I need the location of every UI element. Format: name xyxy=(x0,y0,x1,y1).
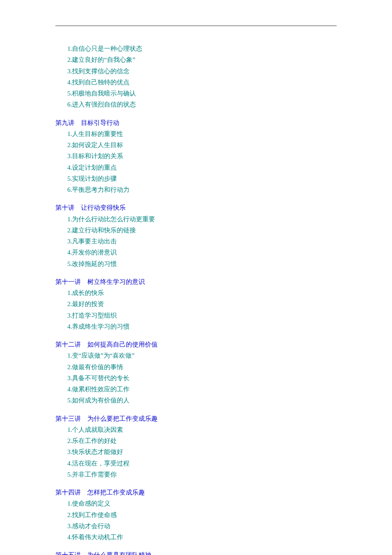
list-item: 3.具备不可替代的专长 xyxy=(67,373,337,384)
list-item: 3.凡事要主动出击 xyxy=(67,236,337,247)
list-item: 1.自信心只是一种心理状态 xyxy=(67,43,337,54)
section-heading: 第十五讲 为什么要具有团队精神 xyxy=(55,549,337,555)
list-item: 5.并非工作需要你 xyxy=(67,469,337,480)
list-item: 5.如何成为有价值的人 xyxy=(67,395,337,406)
list-item: 2.最好的投资 xyxy=(67,298,337,309)
list-item: 3.快乐状态才能做好 xyxy=(67,446,337,457)
section-items: 1.为什么行动比怎么行动更重要2.建立行动和快乐的链接3.凡事要主动出击4.开发… xyxy=(55,214,337,269)
section-heading: 第十三讲 为什么要把工作变成乐趣 xyxy=(55,413,337,424)
document-page: 1.自信心只是一种心理状态2.建立良好的“自我心象”3.找到支撑信心的信念4.找… xyxy=(0,26,392,555)
section: 第十讲 让行动变得快乐1.为什么行动比怎么行动更重要2.建立行动和快乐的链接3.… xyxy=(55,202,337,269)
section-heading: 第十二讲 如何提高自己的使用价值 xyxy=(55,339,337,350)
list-item: 4.怀着伟大动机工作 xyxy=(67,532,337,543)
section-items: 1.变“应该做”为“喜欢做”2.做最有价值的事情3.具备不可替代的专长4.做累积… xyxy=(55,350,337,406)
list-item: 2.建立良好的“自我心象” xyxy=(67,54,337,65)
list-item: 2.如何设定人生目标 xyxy=(67,139,337,150)
section: 第十一讲 树立终生学习的意识1.成长的快乐2.最好的投资3.打造学习型组织4.养… xyxy=(55,276,337,332)
list-item: 3.感动才会行动 xyxy=(67,520,337,532)
section: 第十五讲 为什么要具有团队精神1.团队的神奇力量2.为一个团队而付出3.团队每个… xyxy=(55,549,337,555)
list-item: 1.个人成就取决因素 xyxy=(67,424,337,435)
sections-container: 第九讲 目标引导行动1.人生目标的重要性2.如何设定人生目标3.目标和计划的关系… xyxy=(55,117,337,555)
section: 第十三讲 为什么要把工作变成乐趣1.个人成就取决因素2.乐在工作的好处3.快乐状… xyxy=(55,413,337,480)
list-item: 2.乐在工作的好处 xyxy=(67,435,337,446)
list-item: 1.变“应该做”为“喜欢做” xyxy=(67,350,337,361)
list-item: 1.使命感的定义 xyxy=(67,498,337,509)
section-heading: 第十讲 让行动变得快乐 xyxy=(55,202,337,213)
section: 第九讲 目标引导行动1.人生目标的重要性2.如何设定人生目标3.目标和计划的关系… xyxy=(55,117,337,196)
list-item: 6.进入有强烈自信的状态 xyxy=(67,99,337,110)
list-item: 3.目标和计划的关系 xyxy=(67,150,337,162)
section: 第十四讲 怎样把工作变成乐趣1.使命感的定义2.找到工作使命感3.感动才会行动4… xyxy=(55,487,337,543)
list-item: 6.平衡思考力和行动力 xyxy=(67,184,337,195)
list-item: 4.养成终生学习的习惯 xyxy=(67,321,337,332)
list-item: 2.做最有价值的事情 xyxy=(67,361,337,373)
list-item: 4.设定计划的重点 xyxy=(67,162,337,173)
section-items: 1.个人成就取决因素2.乐在工作的好处3.快乐状态才能做好4.活在现在，享受过程… xyxy=(55,424,337,480)
list-item: 2.找到工作使命感 xyxy=(67,509,337,520)
list-item: 3.找到支撑信心的信念 xyxy=(67,66,337,77)
list-item: 5.改掉拖延的习惯 xyxy=(67,258,337,269)
list-item: 1.人生目标的重要性 xyxy=(67,128,337,139)
top-item-list: 1.自信心只是一种心理状态2.建立良好的“自我心象”3.找到支撑信心的信念4.找… xyxy=(55,43,337,110)
list-item: 5.实现计划的步骤 xyxy=(67,173,337,184)
list-item: 1.为什么行动比怎么行动更重要 xyxy=(67,214,337,225)
section-heading: 第十一讲 树立终生学习的意识 xyxy=(55,276,337,287)
list-item: 4.活在现在，享受过程 xyxy=(67,458,337,469)
section-heading: 第九讲 目标引导行动 xyxy=(55,117,337,128)
list-item: 4.做累积性效应的工作 xyxy=(67,384,337,395)
list-item: 2.建立行动和快乐的链接 xyxy=(67,225,337,236)
section-items: 1.使命感的定义2.找到工作使命感3.感动才会行动4.怀着伟大动机工作 xyxy=(55,498,337,543)
section-heading: 第十四讲 怎样把工作变成乐趣 xyxy=(55,487,337,498)
section-items: 1.人生目标的重要性2.如何设定人生目标3.目标和计划的关系4.设定计划的重点5… xyxy=(55,128,337,196)
list-item: 3.打造学习型组织 xyxy=(67,310,337,321)
list-item: 5.积极地自我暗示与确认 xyxy=(67,88,337,99)
list-item: 4.开发你的潜意识 xyxy=(67,247,337,258)
section-items: 1.成长的快乐2.最好的投资3.打造学习型组织4.养成终生学习的习惯 xyxy=(55,287,337,332)
list-item: 1.成长的快乐 xyxy=(67,287,337,298)
list-item: 4.找到自己独特的优点 xyxy=(67,77,337,88)
section: 第十二讲 如何提高自己的使用价值1.变“应该做”为“喜欢做”2.做最有价值的事情… xyxy=(55,339,337,406)
horizontal-rule xyxy=(55,26,337,26)
